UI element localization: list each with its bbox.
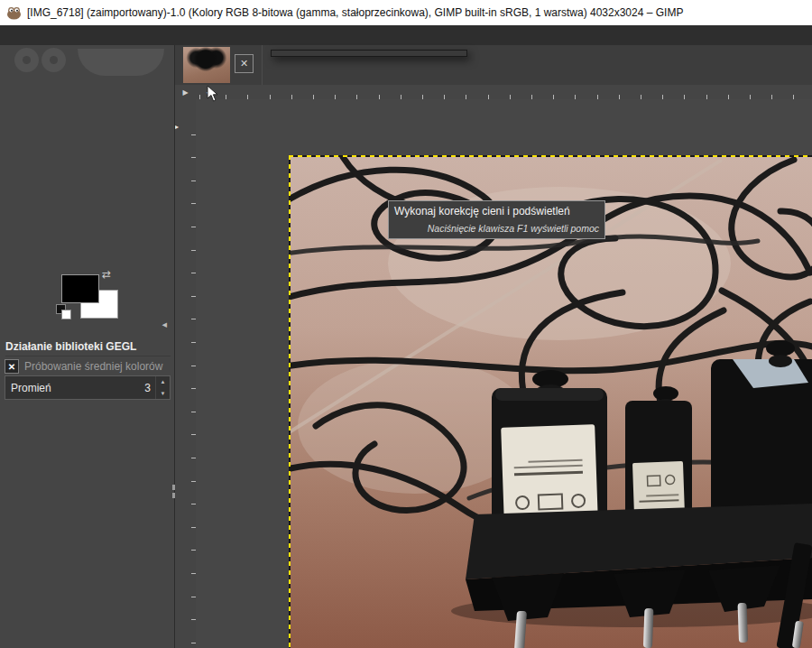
sample-average-label: Próbowanie średniej kolorów [24, 360, 162, 373]
spinner-down-button[interactable]: ▼ [156, 388, 170, 400]
radius-spinner[interactable]: Promień 3 ▲ ▼ [5, 375, 171, 400]
layer-boundary-top [289, 155, 812, 157]
colors-menu-dropdown [271, 50, 467, 57]
ruler-corner-button[interactable]: ▶ [175, 85, 197, 100]
swap-colors-icon[interactable]: ⇄ [102, 268, 111, 281]
tabbar-divider [262, 45, 263, 85]
radius-value: 3 [144, 382, 155, 394]
wilber-watermark [0, 45, 174, 79]
vertical-ruler-pointer-marker: ▸ [175, 123, 179, 131]
default-colors-icon[interactable] [56, 304, 70, 319]
dock-collapse-button[interactable]: ◂ [161, 319, 167, 330]
sample-average-checkbox[interactable]: ✕ [5, 359, 19, 374]
mouse-cursor [207, 85, 219, 103]
pane-splitter-handle[interactable] [172, 485, 175, 501]
image-canvas[interactable] [196, 99, 812, 648]
horizontal-ruler[interactable]: ▾ [196, 85, 812, 100]
window-title: [IMG_6718] (zaimportowany)-1.0 (Kolory R… [27, 6, 683, 19]
tooltip-help-hint: Naciśnięcie klawisza F1 wyświetli pomoc [394, 223, 599, 234]
layer-boundary-left [289, 155, 291, 648]
tooltip: Wykonaj korekcję cieni i podświetleń Nac… [388, 200, 605, 239]
toolbox-dock: ⇄ ◂ Działanie biblioteki GEGL ✕ Próbowan… [0, 45, 175, 648]
tool-options-title: Działanie biblioteki GEGL [5, 340, 171, 356]
titlebar: [IMG_6718] (zaimportowany)-1.0 (Kolory R… [0, 0, 812, 25]
tooltip-text: Wykonaj korekcję cieni i podświetleń [394, 205, 599, 218]
vertical-ruler[interactable]: ▸ [175, 99, 197, 648]
gimp-window: [IMG_6718] (zaimportowany)-1.0 (Kolory R… [0, 0, 812, 648]
radius-label: Promień [5, 382, 144, 394]
spinner-up-button[interactable]: ▲ [156, 376, 170, 388]
gimp-wilber-icon [6, 6, 22, 20]
image-tab-close-button[interactable]: ✕ [235, 54, 254, 73]
menubar [0, 25, 812, 45]
foreground-color-swatch[interactable] [61, 274, 99, 303]
image-tab-thumbnail[interactable] [183, 47, 230, 83]
